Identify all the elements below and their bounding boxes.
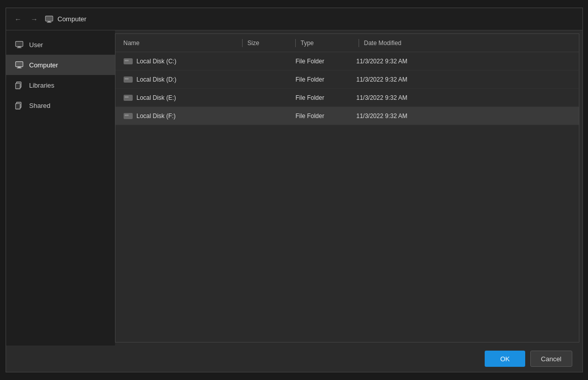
file-area: Name Size Type Date Modified Local Disk … xyxy=(115,33,579,343)
table-row[interactable]: Local Disk (C:) File Folder 11/3/2022 9:… xyxy=(115,52,579,70)
column-headers: Name Size Type Date Modified xyxy=(115,34,579,52)
col-divider-1 xyxy=(242,39,243,47)
file-type-cell: File Folder xyxy=(296,94,357,101)
title-location: Computer xyxy=(58,15,87,23)
file-type-cell: File Folder xyxy=(296,76,357,83)
svg-rect-14 xyxy=(16,84,19,88)
disk-icon xyxy=(124,95,133,101)
svg-rect-6 xyxy=(18,47,20,48)
file-browser-dialog: ← → Computer xyxy=(6,8,583,372)
file-date-cell: 11/3/2022 9:32 AM xyxy=(357,76,448,83)
col-header-name[interactable]: Name xyxy=(120,40,241,47)
cancel-button[interactable]: Cancel xyxy=(530,351,572,367)
svg-rect-2 xyxy=(47,22,51,22)
svg-rect-10 xyxy=(18,67,20,68)
file-date-cell: 11/3/2022 9:32 AM xyxy=(357,58,448,65)
sidebar-item-computer[interactable]: Computer xyxy=(6,55,115,75)
computer-title-icon xyxy=(45,15,54,24)
table-row[interactable]: Local Disk (D:) File Folder 11/3/2022 9:… xyxy=(115,70,579,89)
shared-icon xyxy=(14,100,24,110)
svg-rect-11 xyxy=(17,67,21,68)
svg-rect-5 xyxy=(16,42,22,46)
disk-icon xyxy=(124,58,133,64)
col-divider-3 xyxy=(359,39,359,47)
sidebar-libraries-label: Libraries xyxy=(29,82,55,89)
computer-icon xyxy=(14,60,24,70)
svg-rect-7 xyxy=(17,47,21,48)
sidebar-shared-label: Shared xyxy=(29,102,51,109)
svg-rect-9 xyxy=(16,62,22,66)
file-name-cell: Local Disk (E:) xyxy=(124,94,245,101)
sidebar-item-shared[interactable]: Shared xyxy=(6,95,115,116)
forward-button[interactable]: → xyxy=(28,13,41,25)
disk-icon xyxy=(124,77,133,83)
user-icon xyxy=(14,40,24,50)
col-header-size[interactable]: Size xyxy=(244,40,294,47)
file-type-cell: File Folder xyxy=(296,58,357,65)
col-header-date[interactable]: Date Modified xyxy=(360,40,451,47)
table-row[interactable]: Local Disk (F:) File Folder 11/3/2022 9:… xyxy=(115,107,579,125)
svg-rect-17 xyxy=(16,104,19,108)
bottom-bar: OK Cancel xyxy=(6,346,582,372)
file-type-cell: File Folder xyxy=(296,112,357,120)
svg-rect-3 xyxy=(46,16,52,20)
back-button[interactable]: ← xyxy=(12,13,24,25)
file-list: Local Disk (C:) File Folder 11/3/2022 9:… xyxy=(115,52,579,342)
file-name-cell: Local Disk (C:) xyxy=(124,58,245,65)
file-date-cell: 11/3/2022 9:32 AM xyxy=(357,112,448,120)
sidebar-item-libraries[interactable]: Libraries xyxy=(6,75,115,95)
title-bar: ← → Computer xyxy=(6,8,582,30)
disk-icon xyxy=(124,113,133,119)
col-header-type[interactable]: Type xyxy=(297,40,358,47)
svg-rect-1 xyxy=(48,21,50,22)
sidebar-computer-label: Computer xyxy=(29,61,58,69)
main-content: User Computer xyxy=(6,30,582,346)
table-row[interactable]: Local Disk (E:) File Folder 11/3/2022 9:… xyxy=(115,89,579,107)
col-divider-2 xyxy=(295,39,296,47)
sidebar: User Computer xyxy=(6,30,115,346)
libraries-icon xyxy=(14,80,24,90)
ok-button[interactable]: OK xyxy=(485,351,525,367)
file-name-cell: Local Disk (D:) xyxy=(124,76,245,83)
file-date-cell: 11/3/2022 9:32 AM xyxy=(357,94,448,101)
sidebar-item-user[interactable]: User xyxy=(6,34,115,55)
file-name-cell: Local Disk (F:) xyxy=(124,112,245,120)
sidebar-user-label: User xyxy=(29,41,43,49)
